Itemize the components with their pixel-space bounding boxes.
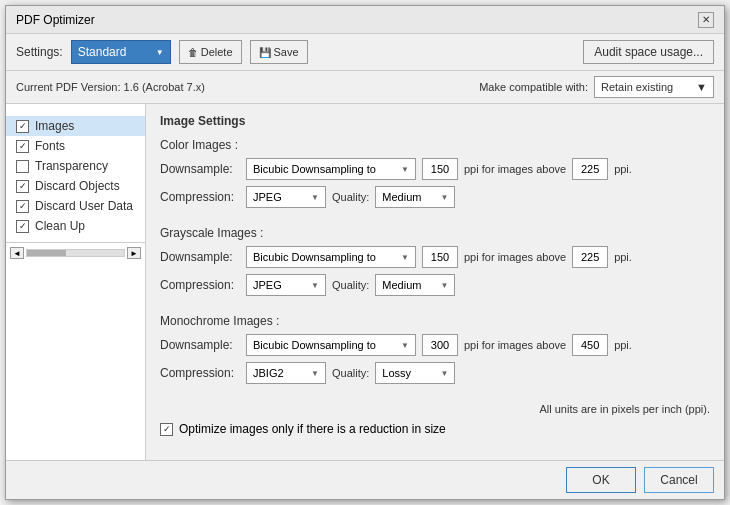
audit-button[interactable]: Audit space usage...	[583, 40, 714, 64]
discard-user-data-checkbox[interactable]	[16, 200, 29, 213]
cancel-button[interactable]: Cancel	[644, 467, 714, 493]
sidebar-item-discard-objects[interactable]: Discard Objects	[6, 176, 145, 196]
color-downsample-row: Downsample: Bicubic Downsampling to ▼ pp…	[160, 158, 710, 180]
grayscale-compression-label: Compression:	[160, 278, 240, 292]
discard-objects-checkbox[interactable]	[16, 180, 29, 193]
color-images-group: Color Images : Downsample: Bicubic Downs…	[160, 138, 710, 208]
color-quality-value: Medium	[382, 191, 421, 203]
color-ppi-input[interactable]	[422, 158, 458, 180]
scroll-thumb	[27, 250, 66, 256]
scroll-right-button[interactable]: ►	[127, 247, 141, 259]
sidebar-item-clean-up[interactable]: Clean Up	[6, 216, 145, 236]
color-ppi-suffix: ppi.	[614, 163, 632, 175]
grayscale-downsample-dropdown[interactable]: Bicubic Downsampling to ▼	[246, 246, 416, 268]
color-compression-arrow-icon: ▼	[311, 193, 319, 202]
main-content: Images Fonts Transparency Discard Object…	[6, 104, 724, 460]
delete-icon: 🗑	[188, 47, 198, 58]
color-images-title: Color Images :	[160, 138, 710, 152]
monochrome-compression-label: Compression:	[160, 366, 240, 380]
monochrome-downsample-dropdown[interactable]: Bicubic Downsampling to ▼	[246, 334, 416, 356]
color-ppi-above-input[interactable]	[572, 158, 608, 180]
grayscale-quality-arrow-icon: ▼	[440, 281, 448, 290]
grayscale-downsample-label: Downsample:	[160, 250, 240, 264]
current-pdf-version: Current PDF Version: 1.6 (Acrobat 7.x)	[16, 81, 205, 93]
color-compression-label: Compression:	[160, 190, 240, 204]
monochrome-compression-dropdown[interactable]: JBIG2 ▼	[246, 362, 326, 384]
save-icon: 💾	[259, 47, 271, 58]
color-quality-dropdown[interactable]: Medium ▼	[375, 186, 455, 208]
sidebar-item-fonts[interactable]: Fonts	[6, 136, 145, 156]
clean-up-checkbox[interactable]	[16, 220, 29, 233]
color-ppi-above-label: ppi for images above	[464, 163, 566, 175]
monochrome-compression-arrow-icon: ▼	[311, 369, 319, 378]
pdf-optimizer-dialog: PDF Optimizer ✕ Settings: Standard ▼ 🗑 D…	[5, 5, 725, 500]
delete-button[interactable]: 🗑 Delete	[179, 40, 242, 64]
color-compression-row: Compression: JPEG ▼ Quality: Medium ▼	[160, 186, 710, 208]
dialog-footer: OK Cancel	[6, 460, 724, 499]
grayscale-ppi-input[interactable]	[422, 246, 458, 268]
settings-label: Settings:	[16, 45, 63, 59]
grayscale-ppi-suffix: ppi.	[614, 251, 632, 263]
color-compression-dropdown[interactable]: JPEG ▼	[246, 186, 326, 208]
color-downsample-value: Bicubic Downsampling to	[253, 163, 376, 175]
grayscale-compression-value: JPEG	[253, 279, 282, 291]
optimize-checkbox[interactable]	[160, 423, 173, 436]
fonts-checkbox[interactable]	[16, 140, 29, 153]
settings-dropdown[interactable]: Standard ▼	[71, 40, 171, 64]
sidebar-item-transparency[interactable]: Transparency	[6, 156, 145, 176]
monochrome-quality-value: Lossy	[382, 367, 411, 379]
scroll-track	[26, 249, 125, 257]
settings-dropdown-arrow-icon: ▼	[156, 48, 164, 57]
grayscale-downsample-arrow-icon: ▼	[401, 253, 409, 262]
monochrome-compression-value: JBIG2	[253, 367, 284, 379]
monochrome-images-title: Monochrome Images :	[160, 314, 710, 328]
monochrome-ppi-input[interactable]	[422, 334, 458, 356]
grayscale-compression-arrow-icon: ▼	[311, 281, 319, 290]
monochrome-downsample-label: Downsample:	[160, 338, 240, 352]
grayscale-quality-dropdown[interactable]: Medium ▼	[375, 274, 455, 296]
color-downsample-arrow-icon: ▼	[401, 165, 409, 174]
grayscale-compression-dropdown[interactable]: JPEG ▼	[246, 274, 326, 296]
save-label: Save	[274, 46, 299, 58]
sidebar-item-discard-user-data[interactable]: Discard User Data	[6, 196, 145, 216]
grayscale-images-group: Grayscale Images : Downsample: Bicubic D…	[160, 226, 710, 296]
grayscale-quality-label: Quality:	[332, 279, 369, 291]
compat-dropdown[interactable]: Retain existing ▼	[594, 76, 714, 98]
sidebar: Images Fonts Transparency Discard Object…	[6, 104, 146, 460]
monochrome-ppi-above-input[interactable]	[572, 334, 608, 356]
grayscale-downsample-row: Downsample: Bicubic Downsampling to ▼ pp…	[160, 246, 710, 268]
grayscale-ppi-above-input[interactable]	[572, 246, 608, 268]
monochrome-downsample-value: Bicubic Downsampling to	[253, 339, 376, 351]
monochrome-ppi-above-label: ppi for images above	[464, 339, 566, 351]
sidebar-item-images-label: Images	[35, 119, 74, 133]
optimize-label: Optimize images only if there is a reduc…	[179, 422, 446, 436]
monochrome-quality-dropdown[interactable]: Lossy ▼	[375, 362, 455, 384]
sidebar-item-discard-objects-label: Discard Objects	[35, 179, 120, 193]
monochrome-downsample-row: Downsample: Bicubic Downsampling to ▼ pp…	[160, 334, 710, 356]
sidebar-item-transparency-label: Transparency	[35, 159, 108, 173]
color-downsample-dropdown[interactable]: Bicubic Downsampling to ▼	[246, 158, 416, 180]
delete-label: Delete	[201, 46, 233, 58]
section-title: Image Settings	[160, 114, 710, 128]
optimize-row: Optimize images only if there is a reduc…	[160, 422, 710, 436]
grayscale-downsample-value: Bicubic Downsampling to	[253, 251, 376, 263]
version-row: Current PDF Version: 1.6 (Acrobat 7.x) M…	[6, 71, 724, 104]
scroll-left-button[interactable]: ◄	[10, 247, 24, 259]
monochrome-downsample-arrow-icon: ▼	[401, 341, 409, 350]
images-checkbox[interactable]	[16, 120, 29, 133]
transparency-checkbox[interactable]	[16, 160, 29, 173]
close-button[interactable]: ✕	[698, 12, 714, 28]
ok-button[interactable]: OK	[566, 467, 636, 493]
save-button[interactable]: 💾 Save	[250, 40, 308, 64]
color-downsample-label: Downsample:	[160, 162, 240, 176]
sidebar-scroll: Images Fonts Transparency Discard Object…	[6, 110, 145, 242]
content-area: Image Settings Color Images : Downsample…	[146, 104, 724, 460]
color-quality-label: Quality:	[332, 191, 369, 203]
compatibility-row: Make compatible with: Retain existing ▼	[479, 76, 714, 98]
settings-dropdown-value: Standard	[78, 45, 127, 59]
sidebar-item-images[interactable]: Images	[6, 116, 145, 136]
monochrome-quality-arrow-icon: ▼	[440, 369, 448, 378]
monochrome-quality-label: Quality:	[332, 367, 369, 379]
monochrome-compression-row: Compression: JBIG2 ▼ Quality: Lossy ▼	[160, 362, 710, 384]
dialog-title: PDF Optimizer	[16, 13, 95, 27]
